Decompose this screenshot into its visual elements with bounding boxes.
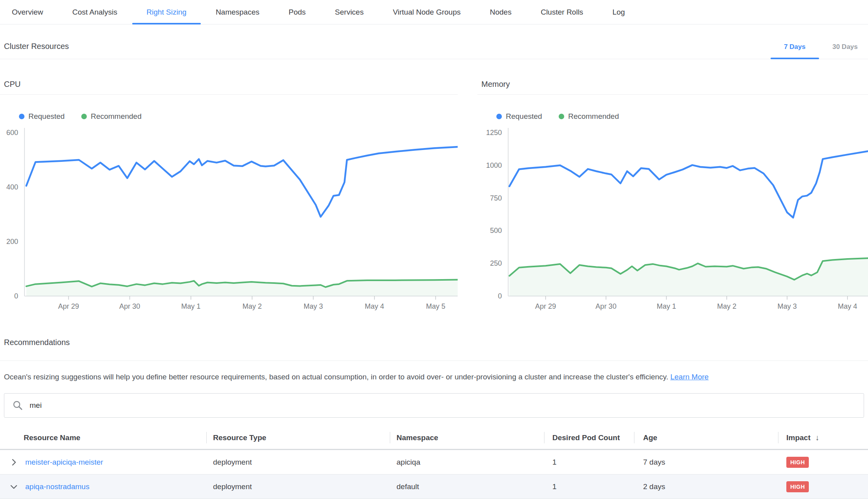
legend-item-requested: Requested: [19, 112, 65, 121]
svg-text:0: 0: [498, 292, 502, 300]
age-cell: 7 days: [634, 450, 778, 474]
column-header-desired-pod-count[interactable]: Desired Pod Count: [544, 426, 634, 449]
svg-text:250: 250: [490, 259, 502, 267]
table-row[interactable]: apiqa-nostradamus deployment default 1 2…: [0, 475, 868, 499]
cpu-chart-legend: Requested Recommended: [19, 112, 458, 121]
svg-text:May 3: May 3: [303, 302, 323, 310]
svg-text:0: 0: [14, 292, 18, 300]
resource-name-link[interactable]: meister-apiciqa-meister: [25, 458, 103, 467]
recommendations-header: Recommendations: [0, 338, 868, 361]
requested-legend-dot-icon: [19, 114, 24, 119]
sort-descending-icon[interactable]: ↓: [815, 433, 819, 442]
svg-text:May 4: May 4: [365, 302, 384, 310]
recommended-legend-dot-icon: [81, 114, 87, 119]
tab-right-sizing[interactable]: Right Sizing: [146, 0, 186, 24]
legend-item-recommended: Recommended: [81, 112, 142, 121]
charts-row: CPU Requested Recommended 6004002000Apr …: [0, 59, 868, 310]
svg-text:Apr 30: Apr 30: [119, 302, 140, 310]
legend-label: Recommended: [91, 112, 142, 121]
svg-text:750: 750: [490, 194, 502, 202]
learn-more-link[interactable]: Learn More: [670, 373, 709, 381]
range-tab-30-days[interactable]: 30 Days: [819, 43, 868, 59]
column-header-impact[interactable]: Impact ↓: [778, 426, 868, 449]
resource-search-box[interactable]: [4, 393, 864, 418]
legend-item-recommended: Recommended: [559, 112, 619, 121]
svg-text:500: 500: [490, 227, 502, 234]
tab-cost-analysis[interactable]: Cost Analysis: [72, 0, 117, 24]
age-cell: 2 days: [634, 475, 778, 499]
legend-label: Requested: [506, 112, 542, 121]
memory-chart-title: Memory: [477, 80, 868, 95]
resource-type-cell: deployment: [206, 450, 390, 474]
svg-text:May 2: May 2: [242, 302, 262, 310]
range-tab-7-days[interactable]: 7 Days: [771, 43, 819, 59]
search-icon: [12, 400, 23, 411]
svg-text:200: 200: [6, 238, 18, 246]
tab-log[interactable]: Log: [612, 0, 625, 24]
chevron-right-icon[interactable]: [9, 457, 19, 467]
svg-text:May 2: May 2: [717, 302, 736, 310]
svg-text:May 1: May 1: [181, 302, 200, 310]
column-header-namespace[interactable]: Namespace: [390, 426, 544, 449]
search-input[interactable]: [30, 401, 856, 410]
tab-nodes[interactable]: Nodes: [490, 0, 512, 24]
impact-header-label: Impact: [786, 433, 810, 442]
tab-overview[interactable]: Overview: [12, 0, 43, 24]
svg-text:May 3: May 3: [777, 302, 797, 310]
cluster-resources-title: Cluster Resources: [0, 42, 69, 59]
cpu-chart-title: CPU: [0, 80, 458, 95]
svg-text:400: 400: [6, 183, 18, 191]
recommended-legend-dot-icon: [559, 114, 564, 119]
memory-chart-panel: Memory Requested Recommended 12501000750…: [477, 80, 868, 310]
svg-text:Apr 29: Apr 29: [58, 302, 79, 310]
namespace-cell: default: [390, 475, 544, 499]
desired-pod-count-cell: 1: [544, 475, 634, 499]
column-header-resource-name[interactable]: Resource Name: [0, 426, 206, 449]
legend-item-requested: Requested: [496, 112, 542, 121]
recommendations-title: Recommendations: [0, 338, 868, 360]
tab-virtual-node-groups[interactable]: Virtual Node Groups: [393, 0, 461, 24]
requested-legend-dot-icon: [496, 114, 502, 119]
svg-text:1250: 1250: [486, 129, 502, 137]
cluster-resources-header: Cluster Resources 7 Days 30 Days: [0, 24, 868, 59]
time-range-tabs: 7 Days 30 Days: [771, 43, 868, 59]
recommendations-description: Ocean's resizing suggestions will help y…: [4, 373, 864, 381]
recommendations-description-text: Ocean's resizing suggestions will help y…: [4, 373, 668, 381]
recommendations-table: Resource Name Resource Type Namespace De…: [0, 426, 868, 499]
tab-pods[interactable]: Pods: [289, 0, 306, 24]
svg-text:Apr 30: Apr 30: [595, 302, 616, 310]
impact-high-badge: HIGH: [786, 457, 809, 468]
tab-cluster-rolls[interactable]: Cluster Rolls: [541, 0, 583, 24]
table-header-row: Resource Name Resource Type Namespace De…: [0, 426, 868, 450]
column-header-resource-type[interactable]: Resource Type: [206, 426, 390, 449]
namespace-cell: apiciqa: [390, 450, 544, 474]
desired-pod-count-cell: 1: [544, 450, 634, 474]
top-tab-bar: Overview Cost Analysis Right Sizing Name…: [0, 0, 868, 24]
tab-services[interactable]: Services: [335, 0, 364, 24]
memory-line-chart: 125010007505002500Apr 29Apr 30May 1May 2…: [477, 125, 868, 310]
svg-text:600: 600: [6, 129, 18, 137]
svg-text:Apr 29: Apr 29: [535, 302, 556, 310]
resource-type-cell: deployment: [206, 475, 390, 499]
resource-name-link[interactable]: apiqa-nostradamus: [25, 482, 90, 491]
cpu-chart-panel: CPU Requested Recommended 6004002000Apr …: [0, 80, 458, 310]
tab-namespaces[interactable]: Namespaces: [216, 0, 260, 24]
impact-high-badge: HIGH: [786, 481, 809, 492]
legend-label: Requested: [28, 112, 65, 121]
legend-label: Recommended: [568, 112, 619, 121]
chevron-down-icon[interactable]: [9, 482, 19, 492]
svg-text:May 5: May 5: [426, 302, 445, 310]
svg-text:May 4: May 4: [838, 302, 857, 310]
svg-text:May 1: May 1: [657, 302, 676, 310]
memory-chart-legend: Requested Recommended: [496, 112, 868, 121]
table-row[interactable]: meister-apiciqa-meister deployment apici…: [0, 450, 868, 475]
column-header-age[interactable]: Age: [634, 426, 778, 449]
svg-text:1000: 1000: [486, 161, 502, 169]
cpu-line-chart: 6004002000Apr 29Apr 30May 1May 2May 3May…: [0, 125, 458, 310]
